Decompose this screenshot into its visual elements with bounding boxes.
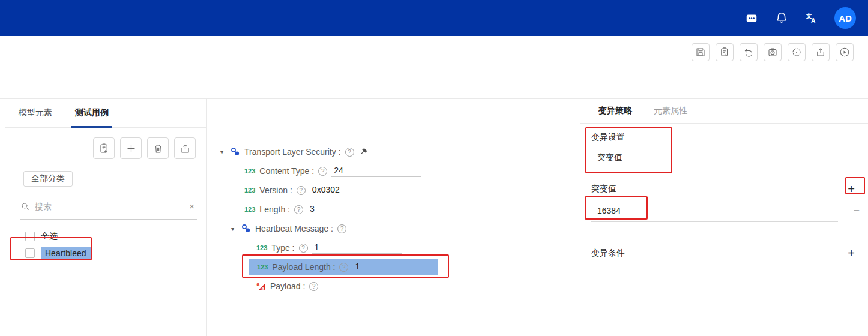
avatar[interactable]: AD — [834, 7, 856, 29]
delete-button[interactable] — [147, 137, 169, 159]
tree-field-label: Length : — [259, 205, 290, 214]
tree-field-content-type[interactable]: 123 Content Type : ? 24 — [207, 161, 580, 181]
search-input[interactable] — [35, 202, 182, 211]
left-margin — [0, 99, 5, 336]
help-icon[interactable]: ? — [339, 263, 348, 272]
undo-button[interactable] — [740, 43, 758, 61]
locate-button[interactable] — [788, 43, 806, 61]
tree-field-label: Payload : — [270, 281, 305, 291]
tab-mutation-strategy[interactable]: 变异策略 — [598, 106, 632, 116]
help-icon[interactable]: ? — [345, 148, 354, 157]
number-type-icon: 123 — [244, 187, 255, 194]
svg-text:a: a — [262, 286, 265, 291]
spacer-band — [0, 68, 868, 98]
action-toolbar — [0, 36, 868, 68]
svg-text:a: a — [257, 281, 260, 287]
version-value-field[interactable]: 0x0302 — [310, 185, 377, 196]
message-tree-panel: ▾ Transport Layer Security : ? 123 Conte… — [207, 99, 580, 336]
mutation-value-field[interactable]: 16384 — [591, 203, 838, 222]
string-type-icon: aa — [256, 281, 266, 291]
help-icon[interactable]: ? — [337, 224, 346, 233]
number-type-icon: 123 — [256, 244, 267, 251]
add-mutation-condition-button[interactable]: + — [843, 247, 860, 259]
message-icon[interactable] — [744, 11, 759, 25]
heartbleed-label[interactable]: Heartbleed — [41, 247, 91, 259]
tree-field-label: Version : — [259, 185, 292, 195]
type-value-field[interactable]: 1 — [312, 242, 402, 254]
tree-field-length[interactable]: 123 Length : ? 3 — [207, 200, 580, 219]
app-window: 文A AD 模型元素 — [0, 0, 868, 336]
clear-search-icon[interactable]: × — [187, 201, 197, 211]
mutation-strategy-body: 变异设置 突变值 突变值 + 16384 − 变异条件 + — [580, 124, 868, 259]
help-icon[interactable]: ? — [294, 205, 303, 214]
mutation-condition-label: 变异条件 — [591, 248, 625, 259]
payload-value-field[interactable] — [322, 286, 412, 287]
export-case-button[interactable] — [174, 137, 196, 159]
checkbox[interactable] — [25, 248, 35, 258]
tree-field-label: Content Type : — [259, 166, 314, 176]
copy-case-button[interactable] — [93, 137, 115, 159]
run-button[interactable] — [836, 43, 854, 61]
tree-field-payload-length[interactable]: 123 Payload Length : ? 1 — [207, 257, 580, 277]
payload-length-value-field[interactable]: 1 — [352, 262, 364, 272]
number-type-icon: 123 — [244, 167, 255, 175]
help-icon[interactable]: ? — [309, 282, 318, 291]
all-categories-button[interactable]: 全部分类 — [23, 171, 73, 187]
help-icon[interactable]: ? — [297, 186, 306, 195]
svg-text:A: A — [811, 17, 816, 24]
translate-icon[interactable]: 文A — [804, 11, 819, 25]
test-case-panel: 模型元素 测试用例 全部分类 — [5, 99, 207, 336]
search-bar: × — [20, 193, 197, 220]
mutation-value-row: 16384 − — [591, 203, 860, 222]
tab-test-cases[interactable]: 测试用例 — [71, 99, 112, 128]
checkbox[interactable] — [25, 232, 35, 241]
content-type-value-field[interactable]: 24 — [331, 166, 421, 177]
tree-node-label: Heartbeat Message : — [255, 224, 333, 233]
app-header: 文A AD — [0, 0, 868, 36]
block-node-icon — [241, 224, 251, 233]
case-toolbar — [5, 128, 206, 159]
case-list: 全选 Heartbleed — [5, 220, 206, 262]
remove-mutation-value-button[interactable]: − — [838, 205, 860, 222]
tab-element-properties[interactable]: 元素属性 — [654, 106, 687, 116]
main-area: 模型元素 测试用例 全部分类 — [0, 98, 868, 336]
tab-model-elements[interactable]: 模型元素 — [15, 99, 56, 128]
selected-row-highlight[interactable]: 123 Payload Length : ? 1 — [249, 259, 438, 275]
right-tab-bar: 变异策略 元素属性 — [580, 99, 868, 124]
tree-node-heartbeat-message[interactable]: ▾ Heartbeat Message : ? — [207, 219, 580, 238]
add-mutation-value-button[interactable]: + — [843, 183, 860, 195]
mutation-condition-section: 变异条件 + — [591, 247, 860, 259]
message-tree: ▾ Transport Layer Security : ? 123 Conte… — [207, 99, 580, 296]
pin-icon[interactable] — [358, 147, 369, 157]
mutation-type-select[interactable]: 突变值 — [591, 152, 860, 173]
tree-field-label: Type : — [271, 243, 294, 253]
search-icon — [20, 202, 30, 211]
caret-down-icon[interactable]: ▾ — [220, 149, 226, 155]
help-icon[interactable]: ? — [318, 167, 327, 176]
mutation-panel: 变异策略 元素属性 变异设置 突变值 突变值 + 16384 − — [580, 99, 868, 336]
tree-field-version[interactable]: 123 Version : ? 0x0302 — [207, 181, 580, 200]
bell-icon[interactable] — [774, 11, 789, 25]
export-button[interactable] — [812, 43, 830, 61]
caret-down-icon[interactable]: ▾ — [231, 226, 237, 232]
tree-node-transport-layer-security[interactable]: ▾ Transport Layer Security : ? — [207, 142, 580, 161]
category-section: 全部分类 — [5, 159, 206, 193]
save-button[interactable] — [692, 43, 710, 61]
help-icon[interactable]: ? — [299, 244, 308, 253]
tree-field-type[interactable]: 123 Type : ? 1 — [207, 238, 580, 257]
select-all-label: 全选 — [41, 231, 58, 242]
length-value-field[interactable]: 3 — [307, 204, 375, 215]
list-item-heartbleed[interactable]: Heartbleed — [25, 245, 206, 262]
mutation-settings-label: 变异设置 — [591, 132, 860, 143]
left-tab-bar: 模型元素 测试用例 — [5, 99, 206, 128]
block-node-icon — [231, 147, 240, 157]
add-test-case-button[interactable] — [716, 43, 734, 61]
tree-field-label: Payload Length : — [272, 262, 335, 272]
number-type-icon: 123 — [257, 263, 268, 271]
number-type-icon: 123 — [244, 206, 255, 213]
add-button[interactable] — [120, 137, 142, 159]
list-item-select-all[interactable]: 全选 — [25, 228, 206, 245]
mutation-values-section: 突变值 + 16384 − — [591, 183, 860, 222]
history-button[interactable] — [764, 43, 782, 61]
tree-field-payload[interactable]: aa Payload : ? — [207, 277, 580, 296]
